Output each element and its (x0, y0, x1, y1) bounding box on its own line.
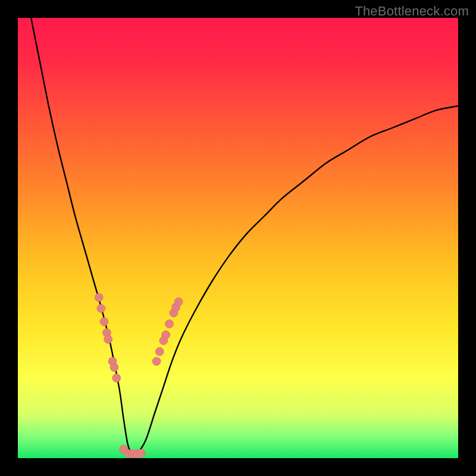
curve-marker (174, 298, 183, 306)
curve-marker (137, 449, 145, 458)
curve-marker (104, 335, 112, 343)
chart-frame: TheBottleneck.com (0, 0, 476, 476)
curve-marker (110, 364, 118, 372)
curve-marker (100, 318, 108, 326)
watermark-text: TheBottleneck.com (355, 4, 469, 19)
curve-marker (152, 357, 161, 365)
curve-marker (112, 374, 121, 382)
curve-marker (155, 347, 164, 356)
curve-marker (97, 304, 105, 312)
curve-marker (162, 331, 170, 339)
chart-svg (18, 18, 458, 458)
chart-plot-area (18, 18, 458, 458)
gradient-background (18, 18, 458, 458)
curve-marker (165, 320, 174, 328)
curve-marker (95, 293, 103, 302)
